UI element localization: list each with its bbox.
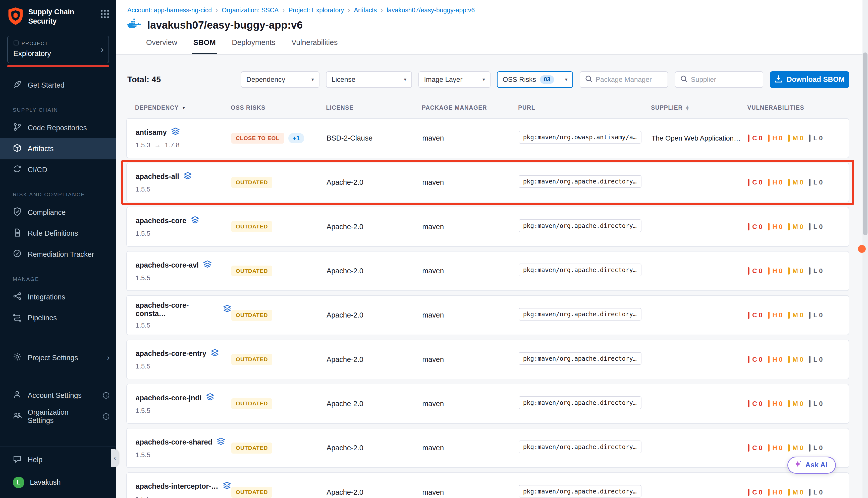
tab-overview[interactable]: Overview: [145, 32, 178, 54]
purl-chip[interactable]: pkg:maven/org.apache.directory.s…: [519, 396, 642, 409]
vuln-count-h: H0: [768, 223, 782, 231]
oss-risk-badge: OUTDATED: [231, 398, 272, 409]
project-label: PROJECT: [22, 41, 48, 47]
oss-risk-badge[interactable]: +1: [288, 133, 304, 143]
package-manager-search-input[interactable]: [596, 76, 663, 83]
package-manager-cell: maven: [422, 399, 519, 408]
table-row[interactable]: apacheds-core-shared 1.5.5 OUTDATED Apac…: [126, 428, 850, 468]
oss-risks-cell: OUTDATED: [231, 177, 326, 188]
sidebar-item-label: Project Settings: [28, 354, 78, 362]
sidebar-item-artifacts[interactable]: Artifacts: [0, 138, 116, 159]
dependency-name: antisamy: [135, 128, 167, 136]
download-label: Download SBOM: [787, 75, 845, 83]
sidebar-item-project-settings[interactable]: Project Settings ›: [0, 348, 116, 368]
tab-vulnerabilities[interactable]: Vulnerabilities: [290, 32, 339, 54]
supplier-search-input[interactable]: [691, 76, 758, 83]
filter-label: OSS Risks: [503, 76, 536, 83]
column-header-dependency[interactable]: DEPENDENCY▼: [135, 104, 231, 111]
layers-icon: [184, 172, 192, 182]
vuln-count-l: L0: [809, 356, 823, 364]
vuln-count-l: L0: [809, 488, 823, 496]
sidebar-item-label: Organization Settings: [28, 408, 96, 425]
table-row[interactable]: apacheds-core-entry 1.5.5 OUTDATED Apach…: [126, 340, 850, 380]
sidebar-item-rule-definitions[interactable]: Rule Definitions: [0, 223, 116, 244]
sidebar-item-pipelines[interactable]: Pipelines: [0, 307, 116, 329]
filter-group: Dependency ▾ License ▾ Image Layer ▾ OSS…: [241, 71, 849, 88]
sidebar-item-help[interactable]: Help: [0, 449, 116, 470]
project-selector[interactable]: PROJECT Exploratory ›: [7, 36, 109, 63]
sidebar-item-label: Account Settings: [28, 391, 82, 399]
breadcrumb-separator: ›: [348, 6, 350, 14]
purl-chip[interactable]: pkg:maven/org.apache.directory.s…: [519, 485, 642, 498]
sidebar-item-get-started[interactable]: Get Started: [0, 75, 116, 96]
dependency-version: 1.5.5: [135, 451, 231, 459]
supply-chain-security-logo-icon: [8, 7, 23, 27]
column-header-supplier[interactable]: SUPPLIER ▲▼: [651, 104, 748, 111]
table-row[interactable]: apacheds-core 1.5.5 OUTDATED Apache-2.0 …: [126, 207, 850, 247]
purl-chip[interactable]: pkg:maven/org.apache.directory.s…: [519, 441, 642, 453]
supplier-cell: The Open Web Application ...: [651, 134, 748, 142]
table-row[interactable]: apacheds-interceptor-… 1.5.5 OUTDATED Ap…: [126, 472, 850, 498]
table-row[interactable]: apacheds-core-avl 1.5.5 OUTDATED Apache-…: [126, 251, 850, 291]
sidebar-nav: Get Started SUPPLY CHAIN Code Repositori…: [0, 75, 116, 427]
package-manager-cell: maven: [422, 223, 519, 231]
tab-sbom[interactable]: SBOM: [192, 32, 217, 54]
purl-chip[interactable]: pkg:maven/org.apache.directory.s…: [519, 352, 642, 365]
sidebar-item-integrations[interactable]: Integrations: [0, 286, 116, 307]
oss-risks-filter-select[interactable]: OSS Risks 03 ▾: [497, 71, 573, 88]
sidebar-item-cicd[interactable]: CI/CD: [0, 159, 116, 181]
sidebar-item-compliance[interactable]: Compliance: [0, 202, 116, 223]
sidebar-item-account-settings[interactable]: Account Settings: [0, 385, 116, 406]
nodes-icon: [13, 292, 22, 302]
oss-risk-badge: OUTDATED: [231, 443, 272, 454]
main-area: Account: app-harness-ng-cicd › Organizat…: [116, 0, 868, 498]
purl-chip[interactable]: pkg:maven/org.apache.directory.s…: [519, 264, 642, 276]
vuln-count-h: H0: [768, 267, 782, 275]
license-filter-select[interactable]: License ▾: [326, 71, 412, 88]
dependency-filter-select[interactable]: Dependency ▾: [241, 71, 320, 88]
document-icon: [13, 228, 22, 239]
package-manager-cell: maven: [422, 444, 519, 452]
download-sbom-button[interactable]: Download SBOM: [770, 71, 849, 88]
version-upgrade-arrow: →: [154, 141, 161, 149]
sidebar-item-organization-settings[interactable]: Organization Settings: [0, 406, 116, 427]
purl-cell: pkg:maven/org.apache.directory.s…: [519, 396, 651, 411]
purl-chip[interactable]: pkg:maven/org.apache.directory.s…: [519, 308, 642, 321]
breadcrumb-account[interactable]: Account: app-harness-ng-cicd: [127, 6, 212, 14]
dependency-version: 1.5.5: [135, 322, 231, 329]
purl-cell: pkg:maven/org.apache.directory.s…: [519, 219, 651, 234]
vuln-count-l: L0: [809, 400, 823, 408]
app-title: Supply Chain Security: [28, 7, 79, 26]
tab-deployments[interactable]: Deployments: [231, 32, 276, 54]
package-manager-cell: maven: [422, 134, 519, 142]
scrollbar-thumb[interactable]: [863, 52, 868, 235]
sort-both-icon: ▲▼: [685, 105, 690, 110]
breadcrumb-artifacts[interactable]: Artifacts: [354, 6, 377, 14]
purl-chip[interactable]: pkg:maven/org.apache.directory.s…: [519, 219, 642, 232]
user-menu[interactable]: L Lavakush: [0, 470, 116, 495]
ask-ai-button[interactable]: Ask AI: [787, 457, 836, 474]
purl-chip[interactable]: pkg:maven/org.apache.directory.s…: [519, 175, 642, 188]
breadcrumb-project[interactable]: Project: Exploratory: [288, 6, 344, 14]
sidebar-collapse-handle[interactable]: ‹: [111, 449, 118, 468]
dependency-version: 1.5.5: [135, 274, 231, 282]
page-title: lavakush07/easy-buggy-app:v6: [147, 19, 303, 31]
column-header-vulnerabilities: VULNERABILITIES: [747, 104, 849, 111]
vuln-count-m: M0: [788, 179, 803, 186]
purl-chip[interactable]: pkg:maven/org.owasp.antisamy/ant…: [519, 131, 642, 144]
sidebar-item-code-repositories[interactable]: Code Repositories: [0, 117, 116, 138]
table-row[interactable]: apacheds-core-jndi 1.5.5 OUTDATED Apache…: [126, 384, 850, 424]
image-layer-filter-select[interactable]: Image Layer ▾: [418, 71, 491, 88]
table-row[interactable]: antisamy 1.5.3→1.7.8 CLOSE TO EOL+1 BSD-…: [126, 118, 850, 158]
table-row[interactable]: apacheds-core-consta… 1.5.5 OUTDATED Apa…: [126, 295, 850, 335]
table-row[interactable]: apacheds-all 1.5.5 OUTDATED Apache-2.0 m…: [126, 163, 850, 202]
sidebar-item-remediation-tracker[interactable]: Remediation Tracker: [0, 244, 116, 265]
layers-icon: [223, 304, 231, 315]
column-header-oss-risks: OSS RISKS: [231, 104, 326, 111]
app-switcher-icon[interactable]: [100, 9, 109, 21]
purl-cell: pkg:maven/org.apache.directory.s…: [519, 485, 651, 498]
breadcrumb-organization[interactable]: Organization: SSCA: [222, 6, 279, 14]
chevron-down-icon: ▾: [565, 77, 568, 82]
ask-ai-label: Ask AI: [805, 461, 827, 469]
breadcrumb-artifact-name[interactable]: lavakush07/easy-buggy-app:v6: [387, 6, 475, 14]
